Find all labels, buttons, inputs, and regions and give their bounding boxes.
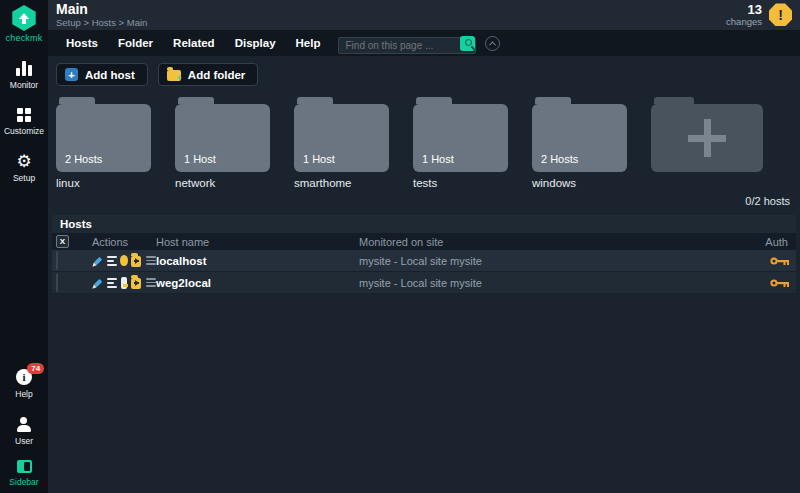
chevron-up-icon [489, 41, 496, 48]
row-checkbox[interactable] [56, 273, 58, 292]
folder-icon [178, 97, 214, 104]
monitored-site: mysite - Local site mysite [359, 255, 752, 267]
edit-pencil-icon[interactable] [94, 278, 103, 287]
page-title: Main [56, 2, 147, 17]
folder-icon [416, 97, 452, 104]
folder-icon [297, 97, 333, 104]
hosts-summary: 0/2 hosts [52, 189, 796, 207]
gear-icon: ⚙ [16, 154, 31, 169]
folder-icon [59, 97, 95, 104]
folder-plus-icon [167, 70, 181, 81]
menu-burger-icon[interactable] [146, 256, 156, 265]
folder-host-count: 1 Host [422, 153, 454, 165]
add-host-button[interactable]: Add host [56, 63, 148, 86]
content-area: Add host Add folder 2 Hosts linux [48, 56, 800, 493]
search-icon [465, 39, 472, 46]
column-header-auth: Auth [752, 236, 796, 248]
main-navigation-sidebar: checkmk Monitor Customize ⚙ Setup i 74 H… [0, 0, 48, 493]
create-folder-card[interactable] [651, 97, 746, 189]
folder-icon [654, 97, 694, 104]
folder-icon [535, 97, 571, 104]
changes-indicator[interactable]: 13 changes [726, 3, 792, 27]
folder-name: network [175, 177, 270, 189]
hosts-table-title: Hosts [52, 215, 796, 233]
main-area: Main Setup > Hosts > Main 13 changes Hos… [48, 0, 800, 493]
edit-pencil-icon[interactable] [94, 256, 103, 265]
key-icon [770, 256, 790, 266]
folder-card-tests[interactable]: 1 Host tests [413, 97, 508, 189]
hosts-table-header: X Actions Host name Monitored on site Au… [52, 233, 796, 250]
sidebar-item-monitor[interactable]: Monitor [10, 61, 38, 90]
sidebar-item-user[interactable]: User [15, 417, 33, 446]
folder-name: linux [56, 177, 151, 189]
sidebar-item-sidebar-toggle[interactable]: Sidebar [9, 460, 38, 487]
page-menubar: Hosts Folder Related Display Help [48, 30, 800, 56]
folder-card-smarthome[interactable]: 1 Host smarthome [294, 97, 389, 189]
column-header-host-name: Host name [156, 236, 359, 248]
folder-card-windows[interactable]: 2 Hosts windows [532, 97, 627, 189]
row-checkbox[interactable] [56, 251, 58, 270]
key-icon [770, 278, 790, 288]
changes-label: changes [726, 17, 762, 27]
menu-related[interactable]: Related [163, 30, 225, 56]
grid-icon [17, 108, 31, 122]
checkmk-logo-label: checkmk [6, 33, 43, 43]
warning-octagon-icon[interactable] [769, 3, 792, 26]
breadcrumb: Setup > Hosts > Main [56, 18, 147, 28]
menu-display[interactable]: Display [225, 30, 286, 56]
sidebar-item-help[interactable]: i 74 Help [15, 369, 32, 399]
table-row-weg2local: weg2local mysite - Local site mysite [52, 272, 796, 294]
column-header-actions: Actions [92, 236, 156, 248]
diagnose-icon[interactable] [120, 255, 128, 266]
search-input[interactable] [338, 37, 476, 54]
menu-hosts[interactable]: Hosts [56, 30, 108, 56]
folder-host-count: 2 Hosts [65, 153, 102, 165]
sidebar-item-setup[interactable]: ⚙ Setup [13, 154, 35, 183]
sidebar-item-customize[interactable]: Customize [4, 108, 44, 136]
select-all-toggle[interactable]: X [56, 235, 69, 248]
collapse-menubar-button[interactable] [485, 36, 500, 51]
help-count-badge: 74 [27, 363, 44, 374]
folder-host-count: 1 Host [184, 153, 216, 165]
menu-help[interactable]: Help [286, 30, 331, 56]
monitored-site: mysite - Local site mysite [359, 277, 752, 289]
move-folder-icon[interactable] [131, 256, 141, 267]
bar-chart-icon [16, 61, 32, 76]
app-window: checkmk Monitor Customize ⚙ Setup i 74 H… [0, 0, 800, 493]
agent-icon[interactable] [121, 277, 126, 289]
user-icon [17, 417, 31, 432]
folder-name: smarthome [294, 177, 389, 189]
move-folder-icon[interactable] [131, 278, 141, 289]
search-button[interactable] [460, 36, 475, 51]
folders-grid: 2 Hosts linux 1 Host network 1 Host [52, 86, 796, 189]
hosts-table: Hosts X Actions Host name Monitored on s… [52, 215, 796, 294]
folder-card-linux[interactable]: 2 Hosts linux [56, 97, 151, 189]
checkmk-logo[interactable]: checkmk [6, 5, 43, 43]
checkmk-logo-icon [11, 5, 37, 31]
host-name-link[interactable]: weg2local [156, 277, 359, 289]
services-icon[interactable] [107, 256, 117, 266]
folder-card-network[interactable]: 1 Host network [175, 97, 270, 189]
folder-name: tests [413, 177, 508, 189]
add-folder-button[interactable]: Add folder [158, 63, 259, 86]
changes-count: 13 [726, 3, 762, 17]
find-on-page-search [338, 35, 476, 52]
menu-burger-icon[interactable] [146, 278, 156, 287]
suggested-actions-bar: Add host Add folder [52, 56, 796, 86]
plus-icon [688, 119, 726, 157]
services-icon[interactable] [107, 278, 117, 288]
sidebar-toggle-icon [17, 460, 32, 473]
folder-name: windows [532, 177, 627, 189]
host-name-link[interactable]: localhost [156, 255, 359, 267]
plus-icon [65, 68, 78, 81]
folder-host-count: 2 Hosts [541, 153, 578, 165]
column-header-site: Monitored on site [359, 236, 752, 248]
menu-folder[interactable]: Folder [108, 30, 163, 56]
table-row-localhost: localhost mysite - Local site mysite [52, 250, 796, 272]
folder-host-count: 1 Host [303, 153, 335, 165]
page-header: Main Setup > Hosts > Main 13 changes [48, 0, 800, 30]
